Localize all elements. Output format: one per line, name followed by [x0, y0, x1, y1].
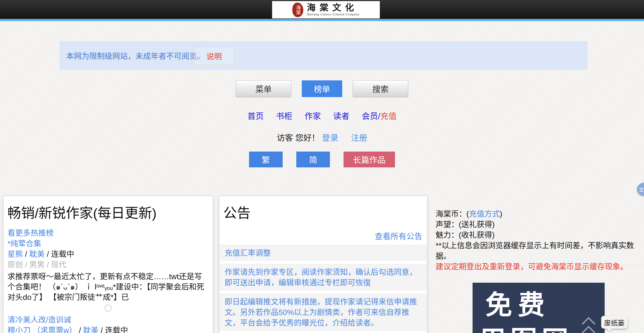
- notice-explain-button[interactable]: 说明: [194, 47, 234, 65]
- header-underline: [0, 19, 644, 21]
- bestsellers-panel: 畅销/新锐作家(每日更新) 看更多热推榜 *纯荤合集 星熊 / 耽美 / 连载中…: [3, 196, 213, 333]
- coin-label: 海棠币：(: [436, 210, 469, 218]
- sep: /: [23, 250, 29, 258]
- book1-status: 连载中: [51, 250, 74, 258]
- book1-tags: 原创 / 男男 / 现代: [8, 259, 209, 270]
- book2-author-link[interactable]: 穆小刀 （求票票w）: [8, 326, 77, 333]
- announcement-list: 充值汇率调整 作家请先到作家专区，阅读作家须知，确认后勾选同意，即可送出申请，编…: [219, 245, 427, 333]
- cache-note: **以上信息会因浏览器缓存显示上有时间差，不影响真实数据。: [436, 240, 642, 261]
- loader-circle-icon: [104, 305, 112, 312]
- trash-bin-button[interactable]: 废纸篓: [601, 316, 628, 329]
- book2-genre-link[interactable]: 耽美: [83, 326, 98, 333]
- restricted-notice-banner: 本网为限制级网站，未成年者不可阅览。 说明: [60, 41, 588, 70]
- brand-subtitle: Haitang Culture Limited Company: [307, 12, 360, 16]
- language-row: 繁 简 长篇作品: [0, 152, 644, 167]
- announcements-title: 公告: [219, 196, 427, 221]
- book1-title-link[interactable]: *纯荤合集: [8, 239, 41, 248]
- announcements-panel: 公告 查看所有公告 充值汇率调整 作家请先到作家专区，阅读作家须知，确认后勾选同…: [219, 196, 427, 333]
- greeting-row: 访客 您好！ 登录注册: [0, 131, 644, 143]
- translate-icon: 文A: [639, 186, 644, 193]
- nav-reader[interactable]: 读者: [333, 110, 350, 121]
- translate-float-button[interactable]: 文A: [637, 183, 644, 196]
- register-link[interactable]: 注册: [351, 134, 367, 143]
- main-nav: 首页 书柜 作家 读者 会员/充值: [0, 110, 644, 121]
- announcement-item[interactable]: 充值汇率调整: [219, 245, 427, 261]
- chevron-up-icon: [582, 326, 596, 333]
- brand-name: 海棠文化: [307, 3, 358, 12]
- nav-author[interactable]: 作家: [305, 110, 321, 121]
- traditional-chinese-button[interactable]: 繁: [249, 152, 283, 167]
- book1-description: 求推荐票呀～最近太忙了，更新有点不稳定……twt还是写个合集吧！ （๑´ᴗ`๑）…: [8, 271, 209, 302]
- logo-text-block: 海棠文化 Haitang Culture Limited Company: [307, 3, 360, 16]
- menu-button[interactable]: 菜单: [236, 80, 291, 97]
- sep: /: [98, 326, 105, 333]
- bestsellers-title: 畅销/新锐作家(每日更新): [4, 196, 213, 221]
- ad-text-line1: 免费: [485, 290, 605, 320]
- more-hot-rank-link[interactable]: 看更多热推榜: [8, 229, 54, 237]
- nav-member-recharge: 会员/充值: [362, 110, 396, 121]
- book2-title-link[interactable]: 清冷美人改/造训诫: [8, 316, 71, 324]
- greeting-text: 访客 您好！: [277, 134, 320, 143]
- bestsellers-content: 看更多热推榜 *纯荤合集 星熊 / 耽美 / 连载中 原创 / 男男 / 现代 …: [4, 221, 213, 333]
- right-column-divider: [434, 265, 644, 266]
- trash-bin-label: 废纸篓: [604, 318, 625, 327]
- nav-slash: /: [378, 112, 380, 121]
- simplified-chinese-button[interactable]: 简: [296, 152, 330, 167]
- book2-status: 连载中: [105, 326, 128, 333]
- site-logo[interactable]: 海棠 海棠文化 Haitang Culture Limited Company: [272, 1, 380, 18]
- announcement-item[interactable]: 作家请先到作家专区，阅读作家须知，确认后勾选同意，即可送出申请，编辑审核通过专栏…: [219, 264, 427, 291]
- announcement-item[interactable]: 即日起编辑推文将有新措施，提现作家请记得来信申请推文。另外若作品50%以上为剧情…: [219, 294, 427, 331]
- book1-meta: 星熊 / 耽美 / 连载中: [8, 249, 209, 259]
- reputation-line: 声望：(送礼获得): [436, 219, 642, 230]
- nav-home[interactable]: 首页: [248, 110, 264, 121]
- scroll-to-top-button[interactable]: [582, 318, 595, 333]
- nav-recharge[interactable]: 充值: [380, 112, 396, 121]
- view-all-announcements-link[interactable]: 查看所有公告: [375, 232, 422, 241]
- main-toolbar: 菜单 榜单 搜索: [0, 80, 644, 97]
- sep: /: [77, 326, 83, 333]
- book2-meta: 穆小刀 （求票票w） / 耽美 / 连载中: [8, 325, 209, 333]
- cache-warning: 建议定期登出及重新登录，可避免海棠币显示缓存现象。: [436, 261, 642, 272]
- charm-line: 魅力：(收礼获得): [436, 230, 642, 240]
- longform-works-button[interactable]: 长篇作品: [344, 152, 395, 167]
- rank-button[interactable]: 榜单: [302, 80, 342, 97]
- nav-member[interactable]: 会员: [362, 112, 378, 121]
- restricted-notice-text: 本网为限制级网站，未成年者不可阅览。: [66, 41, 205, 70]
- coin-line: 海棠币：(充值方式): [436, 209, 642, 219]
- login-link[interactable]: 登录: [322, 134, 338, 143]
- recharge-method-link[interactable]: 充值方式: [469, 210, 500, 218]
- book1-author-link[interactable]: 星熊: [8, 250, 23, 258]
- coin-label-close: ): [500, 210, 502, 218]
- seal-icon: 海棠: [292, 3, 303, 17]
- sep: /: [44, 250, 51, 258]
- book1-genre-link[interactable]: 耽美: [29, 250, 44, 258]
- account-info-block: 海棠币：(充值方式) 声望：(送礼获得) 魅力：(收礼获得) **以上信息会因浏…: [436, 209, 642, 272]
- search-button[interactable]: 搜索: [353, 80, 408, 97]
- nav-bookshelf[interactable]: 书柜: [276, 110, 292, 121]
